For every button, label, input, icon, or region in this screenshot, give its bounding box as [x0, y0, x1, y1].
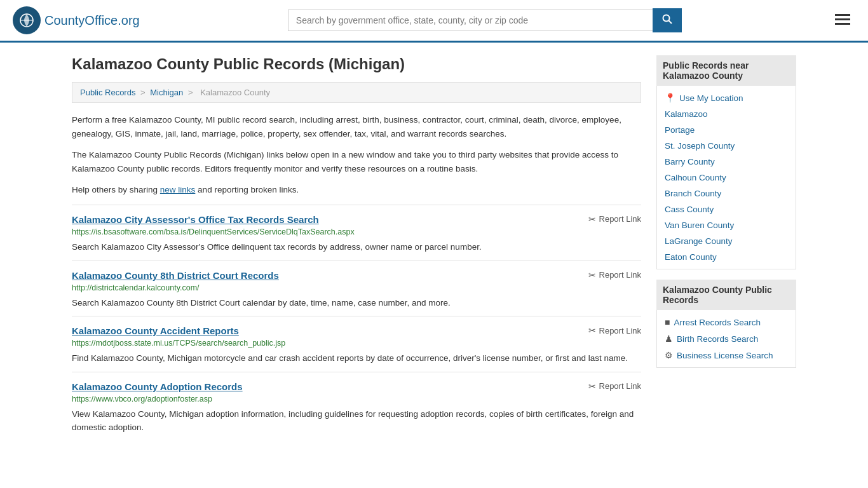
- result-item-1: Kalamazoo County 8th District Court Reco…: [72, 261, 641, 316]
- sidebar-records-section: Kalamazoo County Public Records ■ Arrest…: [656, 280, 796, 368]
- report-link-0[interactable]: ✂ Report Link: [588, 214, 641, 224]
- sidebar-item-cass[interactable]: Cass County: [657, 201, 796, 217]
- page-title: Kalamazoo County Public Records (Michiga…: [72, 55, 641, 73]
- results-list: Kalamazoo City Assessor's Office Tax Rec…: [72, 205, 641, 441]
- sidebar-use-location[interactable]: 📍 Use My Location: [657, 90, 796, 106]
- sidebar-arrest-records[interactable]: ■ Arrest Records Search: [657, 314, 796, 330]
- link-cass[interactable]: Cass County: [665, 205, 714, 214]
- breadcrumb-michigan[interactable]: Michigan: [150, 88, 183, 97]
- result-desc-0: Search Kalamazoo City Assessor's Office …: [72, 240, 641, 254]
- result-url-2: https://mdotjboss.state.mi.us/TCPS/searc…: [72, 339, 641, 348]
- sidebar-birth-records[interactable]: ♟ Birth Records Search: [657, 330, 796, 347]
- desc3-suffix: and reporting broken links.: [195, 185, 299, 194]
- description-2: The Kalamazoo County Public Records (Mic…: [72, 148, 641, 175]
- svg-line-4: [668, 21, 672, 24]
- breadcrumb-county: Kalamazoo County: [200, 88, 270, 97]
- birth-icon: ♟: [665, 334, 673, 344]
- result-title-3: Kalamazoo County Adoption Records: [72, 381, 243, 392]
- report-label-0: Report Link: [599, 214, 641, 224]
- result-desc-1: Search Kalamazoo County 8th District Cou…: [72, 296, 641, 310]
- report-icon-0: ✂: [588, 214, 596, 224]
- sidebar-item-st-joseph[interactable]: St. Joseph County: [657, 138, 796, 154]
- sidebar-item-eaton[interactable]: Eaton County: [657, 249, 796, 265]
- header: CountyOffice.org: [0, 0, 868, 43]
- new-links-link[interactable]: new links: [160, 185, 196, 194]
- breadcrumb: Public Records > Michigan > Kalamazoo Co…: [72, 82, 641, 103]
- sidebar-business-license[interactable]: ⚙ Business License Search: [657, 347, 796, 363]
- logo-area: CountyOffice.org: [13, 6, 140, 34]
- result-item-2: Kalamazoo County Accident Reports ✂ Repo…: [72, 316, 641, 372]
- report-label-2: Report Link: [599, 326, 641, 336]
- result-link-2[interactable]: Kalamazoo County Accident Reports: [72, 325, 239, 336]
- link-barry[interactable]: Barry County: [665, 157, 715, 166]
- main-container: Kalamazoo County Public Records (Michiga…: [59, 43, 809, 454]
- link-st-joseph[interactable]: St. Joseph County: [665, 141, 735, 151]
- sidebar-records-title: Kalamazoo County Public Records: [656, 280, 796, 310]
- report-icon-2: ✂: [588, 325, 596, 336]
- result-item-0: Kalamazoo City Assessor's Office Tax Rec…: [72, 205, 641, 261]
- search-input[interactable]: [288, 10, 653, 31]
- link-van-buren[interactable]: Van Buren County: [665, 220, 734, 230]
- link-branch[interactable]: Branch County: [665, 189, 721, 198]
- report-label-1: Report Link: [599, 270, 641, 280]
- report-link-1[interactable]: ✂ Report Link: [588, 270, 641, 280]
- result-header-1: Kalamazoo County 8th District Court Reco…: [72, 270, 641, 281]
- result-item-3: Kalamazoo County Adoption Records ✂ Repo…: [72, 372, 641, 441]
- sidebar-item-lagrange[interactable]: LaGrange County: [657, 233, 796, 249]
- link-calhoun[interactable]: Calhoun County: [665, 173, 726, 182]
- result-title-2: Kalamazoo County Accident Reports: [72, 325, 239, 336]
- sidebar-item-portage[interactable]: Portage: [657, 122, 796, 138]
- result-url-0: https://is.bsasoftware.com/bsa.is/Delinq…: [72, 227, 641, 236]
- result-link-0[interactable]: Kalamazoo City Assessor's Office Tax Rec…: [72, 214, 319, 225]
- result-desc-3: View Kalamazoo County, Michigan adoption…: [72, 407, 641, 435]
- arrest-records-link[interactable]: Arrest Records Search: [674, 318, 761, 327]
- breadcrumb-sep2: >: [188, 88, 195, 97]
- result-title-1: Kalamazoo County 8th District Court Reco…: [72, 270, 279, 281]
- logo-org: .org: [118, 13, 139, 27]
- search-area: [288, 8, 682, 32]
- result-header-0: Kalamazoo City Assessor's Office Tax Rec…: [72, 214, 641, 225]
- logo-name: CountyOffice: [44, 13, 118, 27]
- result-desc-2: Find Kalamazoo County, Michigan motorcyc…: [72, 351, 641, 365]
- result-link-1[interactable]: Kalamazoo County 8th District Court Reco…: [72, 270, 279, 281]
- result-title-0: Kalamazoo City Assessor's Office Tax Rec…: [72, 214, 319, 225]
- sidebar-nearby-title: Public Records near Kalamazoo County: [656, 55, 796, 86]
- result-header-2: Kalamazoo County Accident Reports ✂ Repo…: [72, 325, 641, 336]
- sidebar-records-links: ■ Arrest Records Search ♟ Birth Records …: [656, 310, 796, 368]
- svg-rect-7: [835, 23, 850, 25]
- use-location-link[interactable]: Use My Location: [679, 93, 743, 103]
- sidebar-item-kalamazoo[interactable]: Kalamazoo: [657, 106, 796, 122]
- link-portage[interactable]: Portage: [665, 125, 695, 135]
- breadcrumb-sep1: >: [140, 88, 147, 97]
- arrest-icon: ■: [665, 317, 670, 327]
- location-icon: 📍: [665, 93, 675, 103]
- birth-records-link[interactable]: Birth Records Search: [677, 334, 758, 344]
- sidebar-item-van-buren[interactable]: Van Buren County: [657, 217, 796, 233]
- svg-rect-6: [835, 18, 850, 20]
- sidebar-item-barry[interactable]: Barry County: [657, 154, 796, 170]
- search-button[interactable]: [653, 8, 682, 32]
- report-label-3: Report Link: [599, 381, 641, 391]
- link-lagrange[interactable]: LaGrange County: [665, 236, 733, 246]
- sidebar-item-calhoun[interactable]: Calhoun County: [657, 170, 796, 186]
- business-license-link[interactable]: Business License Search: [677, 351, 773, 360]
- link-kalamazoo[interactable]: Kalamazoo: [665, 109, 708, 119]
- sidebar-item-branch[interactable]: Branch County: [657, 186, 796, 201]
- business-icon: ⚙: [665, 350, 673, 360]
- sidebar: Public Records near Kalamazoo County 📍 U…: [656, 55, 796, 441]
- report-icon-3: ✂: [588, 381, 596, 391]
- result-link-3[interactable]: Kalamazoo County Adoption Records: [72, 381, 243, 392]
- svg-point-3: [663, 15, 669, 22]
- description-3: Help others by sharing new links and rep…: [72, 183, 641, 197]
- description-1: Perform a free Kalamazoo County, MI publ…: [72, 113, 641, 140]
- breadcrumb-public-records[interactable]: Public Records: [80, 88, 135, 97]
- report-link-3[interactable]: ✂ Report Link: [588, 381, 641, 391]
- logo-text: CountyOffice.org: [44, 13, 140, 28]
- menu-button[interactable]: [830, 9, 855, 32]
- logo-icon: [13, 6, 41, 34]
- result-url-1: http://districtcalendar.kalcounty.com/: [72, 283, 641, 292]
- report-icon-1: ✂: [588, 270, 596, 280]
- result-url-3: https://www.vbco.org/adoptionfoster.asp: [72, 395, 641, 403]
- link-eaton[interactable]: Eaton County: [665, 252, 717, 262]
- report-link-2[interactable]: ✂ Report Link: [588, 325, 641, 336]
